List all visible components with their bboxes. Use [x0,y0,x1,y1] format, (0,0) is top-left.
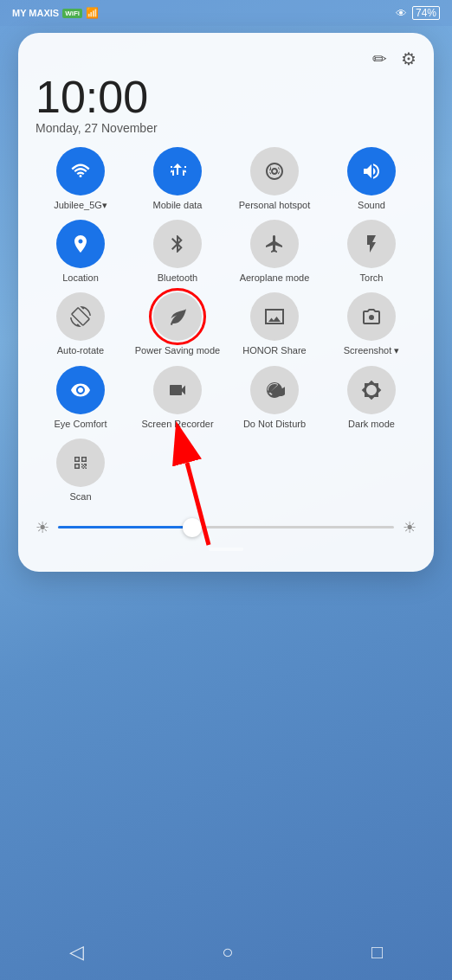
tile-hotspot-label: Personal hotspot [239,200,311,211]
tile-scan[interactable]: Scan [36,439,126,503]
dark-mode-icon [347,366,396,414]
tile-sound[interactable]: Sound [326,147,416,211]
svg-point-0 [369,315,374,320]
tile-auto-rotate-label: Auto-rotate [57,345,104,356]
wifi-badge: WiFi [62,9,82,18]
clock-date: Monday, 27 November [36,121,416,135]
clock: 10:00 Monday, 27 November [36,74,416,135]
wifi-icon [56,147,105,195]
do-not-disturb-icon [250,366,299,414]
tile-screen-recorder[interactable]: Screen Recorder [132,366,223,430]
mobile-data-icon [153,147,202,195]
tile-screenshot[interactable]: Screenshot ▾ [326,292,416,356]
tile-power-saving-label: Power Saving mode [135,345,220,356]
tile-do-not-disturb-label: Do Not Disturb [243,419,306,430]
status-icons: 👁 74% [396,6,440,20]
tile-screen-recorder-label: Screen Recorder [141,419,213,430]
brightness-bar: ☀ ☀ [36,515,416,541]
brightness-thumb[interactable] [183,518,202,537]
bottom-nav: ◁ ○ □ [0,932,452,980]
carrier-info: MY MAXIS WiFi 📶 [12,7,99,19]
tile-location[interactable]: Location [36,220,126,284]
tiles-grid: Jubilee_5G▾ Mobile data Personal hotspot… [36,147,416,503]
tile-mobile-data[interactable]: Mobile data [132,147,223,211]
eye-comfort-icon [56,366,105,414]
brightness-fill [58,526,192,528]
back-icon[interactable]: ◁ [69,941,84,964]
tile-honor-share[interactable]: HONOR Share [229,292,320,356]
eye-icon: 👁 [396,7,407,20]
tile-eye-comfort[interactable]: Eye Comfort [36,366,126,430]
quick-tiles: Jubilee_5G▾ Mobile data Personal hotspot… [36,147,416,503]
location-icon [56,220,105,268]
bluetooth-icon [153,220,202,268]
scan-icon [56,439,105,487]
home-indicator [209,548,243,551]
honor-share-icon [250,292,299,341]
signal-icon: 📶 [86,7,99,19]
tile-aeroplane-label: Aeroplane mode [240,272,310,284]
tile-power-saving[interactable]: Power Saving mode [132,292,223,356]
tile-torch[interactable]: Torch [326,220,416,284]
tile-scan-label: Scan [69,491,91,503]
tile-dark-mode-label: Dark mode [348,419,395,430]
tile-torch-label: Torch [360,272,384,284]
notification-panel: ✏ ⚙ 10:00 Monday, 27 November Jubilee_5G… [18,33,434,572]
aeroplane-icon [250,220,299,268]
screen-recorder-icon [153,366,202,414]
torch-icon [347,220,396,268]
hotspot-icon [250,147,299,195]
tile-eye-comfort-label: Eye Comfort [54,419,107,430]
tile-dark-mode[interactable]: Dark mode [326,366,416,430]
sound-icon [347,147,396,195]
tile-hotspot[interactable]: Personal hotspot [229,147,320,211]
tile-location-label: Location [62,272,99,284]
status-bar: MY MAXIS WiFi 📶 👁 74% [0,0,452,26]
brightness-track[interactable] [58,526,394,528]
edit-icon[interactable]: ✏ [372,48,387,69]
tile-bluetooth[interactable]: Bluetooth [132,220,223,284]
home-indicator-bar [36,541,416,554]
tile-auto-rotate[interactable]: Auto-rotate [36,292,126,356]
recents-icon[interactable]: □ [371,941,383,964]
tile-mobile-data-label: Mobile data [153,200,203,211]
power-saving-icon [153,292,202,341]
tile-aeroplane[interactable]: Aeroplane mode [229,220,320,284]
home-icon[interactable]: ○ [222,941,233,964]
auto-rotate-icon [56,292,105,341]
panel-header: ✏ ⚙ [36,48,416,69]
tile-wifi-label: Jubilee_5G▾ [54,200,107,211]
carrier-name: MY MAXIS [12,8,59,18]
tile-bluetooth-label: Bluetooth [158,272,197,284]
tile-wifi[interactable]: Jubilee_5G▾ [36,147,126,211]
tile-sound-label: Sound [358,200,385,211]
battery-icon: 74% [412,6,440,20]
brightness-high-icon: ☀ [403,518,416,537]
brightness-low-icon: ☀ [36,518,49,537]
tile-do-not-disturb[interactable]: Do Not Disturb [229,366,320,430]
tile-honor-share-label: HONOR Share [242,345,306,356]
screenshot-icon [347,292,396,341]
clock-time: 10:00 [36,74,416,119]
tile-screenshot-label: Screenshot ▾ [344,345,400,356]
settings-icon[interactable]: ⚙ [401,48,416,69]
